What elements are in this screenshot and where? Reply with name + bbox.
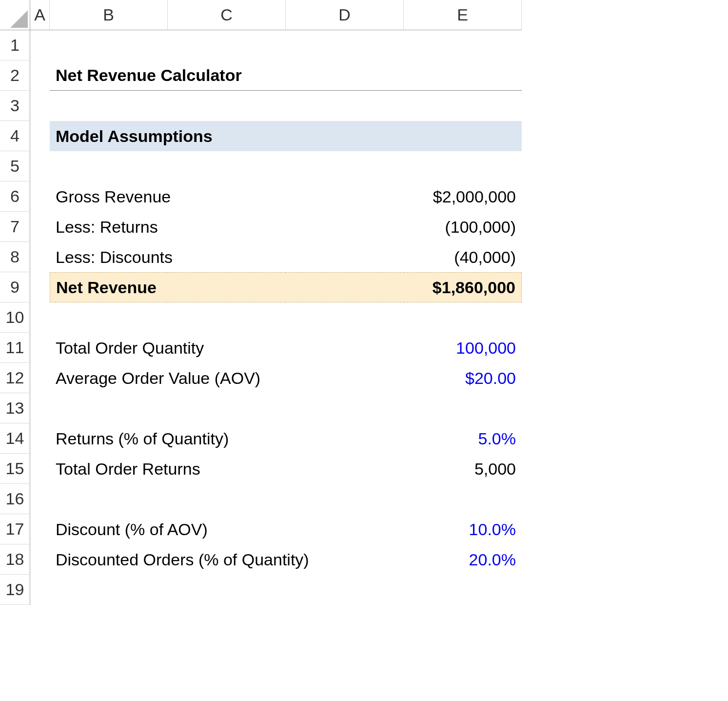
- cell-B18-label[interactable]: Discounted Orders (% of Quantity): [50, 544, 168, 575]
- cell-A1[interactable]: [30, 30, 50, 60]
- row-header-6[interactable]: 6: [0, 181, 30, 212]
- cell-E4[interactable]: [404, 121, 522, 151]
- cell-C1[interactable]: [168, 30, 286, 60]
- cell-E15-value[interactable]: 5,000: [404, 454, 522, 484]
- cell-D12[interactable]: [286, 363, 404, 393]
- row-header-1[interactable]: 1: [0, 30, 30, 60]
- cell-B1[interactable]: [50, 30, 168, 60]
- cell-A6[interactable]: [30, 181, 50, 212]
- cell-E9-value[interactable]: $1,860,000: [404, 272, 522, 302]
- cell-B13[interactable]: [50, 393, 168, 423]
- cell-A18[interactable]: [30, 544, 50, 575]
- row-header-15[interactable]: 15: [0, 454, 30, 484]
- cell-B3[interactable]: [50, 91, 168, 121]
- cell-B5[interactable]: [50, 151, 168, 181]
- cell-D19[interactable]: [286, 575, 404, 605]
- cell-E16[interactable]: [404, 484, 522, 514]
- cell-A17[interactable]: [30, 514, 50, 544]
- col-header-A[interactable]: A: [30, 0, 50, 30]
- col-header-B[interactable]: B: [50, 0, 168, 30]
- select-all-corner[interactable]: [0, 0, 30, 30]
- cell-A12[interactable]: [30, 363, 50, 393]
- col-header-E[interactable]: E: [404, 0, 522, 30]
- cell-C19[interactable]: [168, 575, 286, 605]
- row-header-16[interactable]: 16: [0, 484, 30, 514]
- cell-A14[interactable]: [30, 423, 50, 454]
- cell-A13[interactable]: [30, 393, 50, 423]
- cell-D4[interactable]: [286, 121, 404, 151]
- cell-D5[interactable]: [286, 151, 404, 181]
- row-header-12[interactable]: 12: [0, 363, 30, 393]
- cell-A3[interactable]: [30, 91, 50, 121]
- cell-D17[interactable]: [286, 514, 404, 544]
- cell-D9[interactable]: [286, 272, 404, 302]
- cell-B14-label[interactable]: Returns (% of Quantity): [50, 423, 168, 454]
- cell-B17-label[interactable]: Discount (% of AOV): [50, 514, 168, 544]
- cell-C13[interactable]: [168, 393, 286, 423]
- cell-A4[interactable]: [30, 121, 50, 151]
- cell-B10[interactable]: [50, 302, 168, 333]
- cell-D14[interactable]: [286, 423, 404, 454]
- cell-E10[interactable]: [404, 302, 522, 333]
- cell-E17-value[interactable]: 10.0%: [404, 514, 522, 544]
- cell-C9[interactable]: [168, 272, 286, 302]
- row-header-18[interactable]: 18: [0, 544, 30, 575]
- cell-B6-label[interactable]: Gross Revenue: [50, 181, 168, 212]
- cell-D10[interactable]: [286, 302, 404, 333]
- cell-C3[interactable]: [168, 91, 286, 121]
- cell-E18-value[interactable]: 20.0%: [404, 544, 522, 575]
- row-header-13[interactable]: 13: [0, 393, 30, 423]
- row-header-5[interactable]: 5: [0, 151, 30, 181]
- cell-E5[interactable]: [404, 151, 522, 181]
- cell-A10[interactable]: [30, 302, 50, 333]
- cell-C6[interactable]: [168, 181, 286, 212]
- cell-D7[interactable]: [286, 212, 404, 242]
- cell-B8-label[interactable]: Less: Discounts: [50, 242, 168, 272]
- cell-A8[interactable]: [30, 242, 50, 272]
- cell-A5[interactable]: [30, 151, 50, 181]
- cell-D6[interactable]: [286, 181, 404, 212]
- cell-B4-section-header[interactable]: Model Assumptions: [50, 121, 168, 151]
- cell-A11[interactable]: [30, 333, 50, 363]
- cell-C8[interactable]: [168, 242, 286, 272]
- cell-B7-label[interactable]: Less: Returns: [50, 212, 168, 242]
- cell-A2[interactable]: [30, 60, 50, 91]
- row-header-17[interactable]: 17: [0, 514, 30, 544]
- col-header-C[interactable]: C: [168, 0, 286, 30]
- cell-E3[interactable]: [404, 91, 522, 121]
- cell-D8[interactable]: [286, 242, 404, 272]
- cell-A7[interactable]: [30, 212, 50, 242]
- row-header-2[interactable]: 2: [0, 60, 30, 91]
- cell-B11-label[interactable]: Total Order Quantity: [50, 333, 168, 363]
- cell-A9[interactable]: [30, 272, 50, 302]
- cell-E1[interactable]: [404, 30, 522, 60]
- cell-D13[interactable]: [286, 393, 404, 423]
- cell-C5[interactable]: [168, 151, 286, 181]
- cell-D3[interactable]: [286, 91, 404, 121]
- cell-D15[interactable]: [286, 454, 404, 484]
- cell-D16[interactable]: [286, 484, 404, 514]
- cell-D1[interactable]: [286, 30, 404, 60]
- cell-E12-value[interactable]: $20.00: [404, 363, 522, 393]
- cell-E6-value[interactable]: $2,000,000: [404, 181, 522, 212]
- cell-E8-value[interactable]: (40,000): [404, 242, 522, 272]
- cell-E7-value[interactable]: (100,000): [404, 212, 522, 242]
- row-header-3[interactable]: 3: [0, 91, 30, 121]
- cell-B15-label[interactable]: Total Order Returns: [50, 454, 168, 484]
- cell-E13[interactable]: [404, 393, 522, 423]
- row-header-7[interactable]: 7: [0, 212, 30, 242]
- row-header-19[interactable]: 19: [0, 575, 30, 605]
- row-header-11[interactable]: 11: [0, 333, 30, 363]
- cell-B19[interactable]: [50, 575, 168, 605]
- row-header-14[interactable]: 14: [0, 423, 30, 454]
- cell-B2-title[interactable]: Net Revenue Calculator: [50, 60, 168, 91]
- cell-C16[interactable]: [168, 484, 286, 514]
- col-header-D[interactable]: D: [286, 0, 404, 30]
- cell-E14-value[interactable]: 5.0%: [404, 423, 522, 454]
- row-header-8[interactable]: 8: [0, 242, 30, 272]
- cell-A19[interactable]: [30, 575, 50, 605]
- row-header-4[interactable]: 4: [0, 121, 30, 151]
- cell-B12-label[interactable]: Average Order Value (AOV): [50, 363, 168, 393]
- cell-D11[interactable]: [286, 333, 404, 363]
- cell-D2[interactable]: [286, 60, 404, 91]
